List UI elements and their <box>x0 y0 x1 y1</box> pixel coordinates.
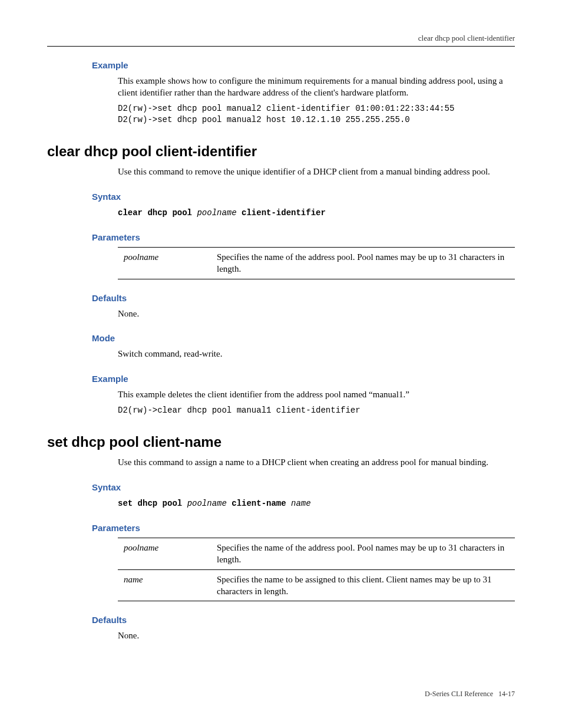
param-desc: Specifies the name of the address pool. … <box>217 248 515 279</box>
page-header-reference: clear dhcp pool client-identifier <box>47 33 515 46</box>
section-heading-mode: Mode <box>92 332 515 344</box>
footer-pagenum: 14-17 <box>498 690 515 698</box>
command-intro: Use this command to remove the unique id… <box>118 166 515 177</box>
command-intro: Use this command to assign a name to a D… <box>118 456 515 468</box>
param-name: name <box>118 569 217 601</box>
table-row: poolname Specifies the name of the addre… <box>118 248 515 279</box>
example-body: This example shows how to configure the … <box>118 75 515 99</box>
param-desc: Specifies the name to be assigned to thi… <box>217 569 515 601</box>
defaults-body: None. <box>118 308 515 319</box>
example-code: D2(rw)->clear dhcp pool manual1 client-i… <box>118 405 515 416</box>
syntax-bold: client-identifier <box>237 208 326 218</box>
defaults-body: None. <box>118 630 515 641</box>
command-title: clear dhcp pool client-identifier <box>47 142 515 161</box>
section-heading-syntax: Syntax <box>92 482 515 493</box>
syntax-bold: clear dhcp pool <box>118 208 197 218</box>
syntax-italic: poolname <box>197 208 236 218</box>
param-name: poolname <box>118 538 217 570</box>
syntax-bold: client-name <box>227 499 291 508</box>
section-heading-defaults: Defaults <box>92 614 515 626</box>
param-name: poolname <box>118 248 217 279</box>
section-heading-parameters: Parameters <box>92 232 515 243</box>
example-code: D2(rw)->set dhcp pool manual2 client-ide… <box>118 103 515 126</box>
syntax-italic: poolname <box>187 499 227 508</box>
mode-body: Switch command, read-write. <box>118 348 515 360</box>
section-heading-example: Example <box>92 373 515 385</box>
section-heading-defaults: Defaults <box>92 292 515 304</box>
syntax-bold: set dhcp pool <box>118 499 187 508</box>
page-footer: D-Series CLI Reference 14-17 <box>47 689 515 699</box>
table-row: poolname Specifies the name of the addre… <box>118 538 515 570</box>
section-heading-parameters: Parameters <box>92 522 515 534</box>
parameters-table: poolname Specifies the name of the addre… <box>118 538 515 601</box>
section-heading-example: Example <box>92 60 515 71</box>
syntax-italic: name <box>291 499 311 508</box>
footer-booktitle: D-Series CLI Reference <box>425 690 493 698</box>
param-desc: Specifies the name of the address pool. … <box>217 538 515 570</box>
example-body: This example deletes the client identifi… <box>118 388 515 400</box>
parameters-table: poolname Specifies the name of the addre… <box>118 247 515 279</box>
section-heading-syntax: Syntax <box>92 191 515 203</box>
table-row: name Specifies the name to be assigned t… <box>118 569 515 601</box>
command-title: set dhcp pool client-name <box>47 433 515 452</box>
header-rule <box>47 46 515 47</box>
